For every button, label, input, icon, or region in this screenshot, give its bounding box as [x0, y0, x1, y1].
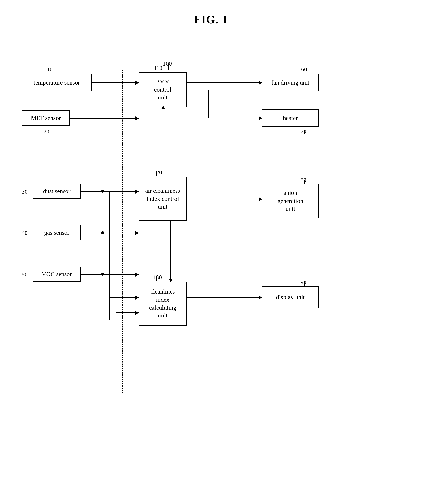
met-sensor-box: MET sensor	[22, 110, 70, 126]
label-80: 80	[301, 177, 306, 184]
display-unit-box: display unit	[262, 286, 319, 308]
label-60: 60	[301, 66, 307, 73]
temperature-sensor-box: temperature sensor	[22, 74, 92, 91]
label-10: 10	[47, 66, 53, 73]
label-20: 20	[44, 128, 49, 135]
label-30: 30	[22, 189, 28, 195]
label-100: 100	[163, 60, 172, 67]
fan-driving-box: fan driving unit	[262, 74, 319, 91]
voc-sensor-box: VOC sensor	[33, 267, 81, 282]
line-air-to-pmv	[163, 107, 163, 177]
arrow-bus-calc-2	[116, 312, 139, 313]
diagram: 100 temperature sensor 10 MET sensor 20 …	[18, 48, 404, 486]
arrow-gas-air	[103, 233, 139, 233]
arrow-up-pmv	[163, 106, 163, 108]
heater-box: heater	[262, 109, 319, 127]
system-100-box	[122, 70, 240, 393]
arrow-air-anion	[187, 199, 262, 199]
arrow-dust-air	[103, 191, 139, 192]
label-40: 40	[22, 230, 28, 236]
arrow-down-calc	[170, 280, 171, 282]
line-voc-h	[81, 274, 103, 275]
line-bus2-to-calc	[116, 233, 116, 318]
line-pmv-to-heater-v	[208, 90, 209, 118]
vertical-bus-left	[103, 191, 103, 275]
arrow-bus-calc-1	[109, 297, 139, 298]
arrow-temp-pmv	[92, 82, 139, 83]
arrow-pmv-fan	[187, 82, 262, 83]
arrow-voc-air	[103, 274, 139, 275]
label-50: 50	[22, 271, 28, 278]
anion-generation-box: anion generation unit	[262, 184, 319, 218]
arrow-calc-display	[187, 297, 262, 298]
arrow-pmv-heater	[208, 118, 262, 118]
line-bus-to-calc	[109, 191, 110, 320]
line-air-to-calc	[170, 221, 171, 282]
air-cleanliness-box: air cleanliness Index control unit	[139, 177, 187, 221]
line-gas-h	[81, 233, 103, 233]
label-110: 110	[154, 65, 162, 72]
gas-sensor-box: gas sensor	[33, 225, 81, 240]
dust-sensor-box: dust sensor	[33, 184, 81, 199]
line-pmv-right	[187, 90, 209, 90]
label-130: 130	[153, 274, 162, 281]
label-90: 90	[301, 279, 306, 286]
page-title: FIG. 1	[0, 0, 422, 26]
cleanliness-calc-box: cleanlines index calculuting unit	[139, 282, 187, 325]
pmv-control-box: PMV control unit	[139, 72, 187, 107]
arrow-met-pmv	[70, 118, 139, 119]
line-dust-h	[81, 191, 103, 192]
label-120: 120	[153, 169, 162, 176]
label-70: 70	[301, 128, 306, 135]
